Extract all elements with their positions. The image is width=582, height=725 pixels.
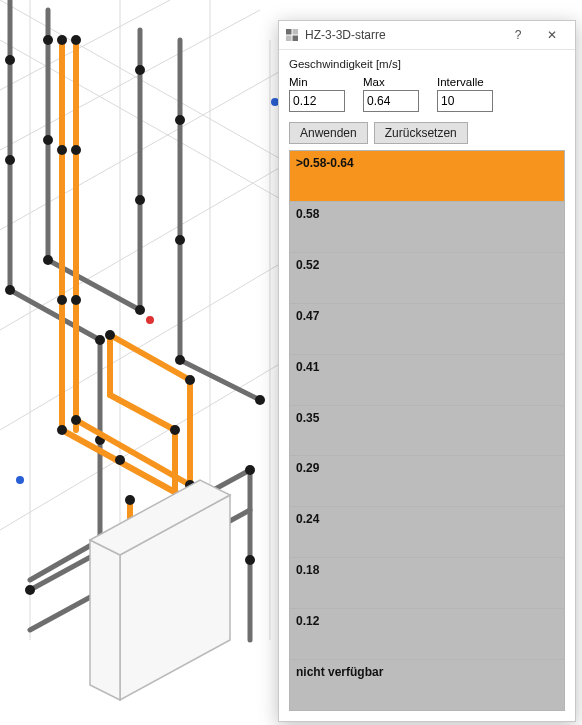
max-input[interactable] [363,90,419,112]
action-buttons: Anwenden Zurücksetzen [289,122,565,144]
svg-rect-37 [286,29,292,35]
legend-item-label: 0.52 [296,258,319,272]
legend-item-label: 0.24 [296,512,319,526]
svg-point-33 [115,455,125,465]
legend-item[interactable]: 0.12 [290,609,564,660]
parameter-label: Geschwindigkeit [m/s] [289,58,565,70]
svg-point-17 [245,465,255,475]
svg-point-24 [71,295,81,305]
legend-item-label: 0.47 [296,309,319,323]
help-button[interactable]: ? [501,21,535,49]
legend-item[interactable]: nicht verfügbar [290,660,564,711]
svg-point-27 [105,330,115,340]
svg-point-1 [5,155,15,165]
svg-point-31 [125,495,135,505]
svg-point-6 [95,335,105,345]
legend-item-label: >0.58-0.64 [296,156,354,170]
legend-item-label: 0.58 [296,207,319,221]
svg-point-4 [43,135,53,145]
legend-item[interactable]: >0.58-0.64 [290,151,564,202]
svg-point-25 [57,425,67,435]
app-icon [285,28,299,42]
range-inputs: Min Max Intervalle [289,76,565,112]
svg-point-28 [185,375,195,385]
svg-point-5 [43,255,53,265]
svg-point-7 [135,65,145,75]
close-button[interactable]: ✕ [535,21,569,49]
legend-item[interactable]: 0.52 [290,253,564,304]
interval-label: Intervalle [437,76,493,88]
svg-point-29 [185,480,195,490]
svg-point-0 [5,55,15,65]
svg-point-36 [146,316,154,324]
svg-point-10 [175,115,185,125]
svg-point-18 [245,555,255,565]
svg-point-11 [175,235,185,245]
legend-item-label: nicht verfügbar [296,665,383,679]
legend-item-label: 0.41 [296,360,319,374]
close-icon: ✕ [547,28,557,42]
svg-point-21 [57,145,67,155]
legend-item[interactable]: 0.29 [290,456,564,507]
svg-point-20 [71,35,81,45]
svg-point-16 [25,585,35,595]
svg-point-14 [95,435,105,445]
svg-point-2 [5,285,15,295]
legend-item[interactable]: 0.47 [290,304,564,355]
legend-item[interactable]: 0.18 [290,558,564,609]
svg-point-34 [16,476,24,484]
svg-point-13 [255,395,265,405]
max-label: Max [363,76,419,88]
svg-rect-38 [293,29,299,35]
svg-point-19 [57,35,67,45]
svg-point-8 [135,195,145,205]
legend-item-label: 0.18 [296,563,319,577]
svg-point-22 [71,145,81,155]
legend-item[interactable]: 0.41 [290,355,564,406]
legend-item-label: 0.35 [296,411,319,425]
titlebar: HZ-3-3D-starre ? ✕ [279,21,575,50]
reset-button[interactable]: Zurücksetzen [374,122,468,144]
window-title: HZ-3-3D-starre [305,28,501,42]
legend-item[interactable]: 0.58 [290,202,564,253]
legend-item-label: 0.12 [296,614,319,628]
velocity-legend-dialog: HZ-3-3D-starre ? ✕ Geschwindigkeit [m/s]… [278,20,576,722]
svg-point-26 [71,415,81,425]
svg-point-3 [43,35,53,45]
min-label: Min [289,76,345,88]
min-input[interactable] [289,90,345,112]
svg-point-30 [170,425,180,435]
svg-point-12 [175,355,185,365]
svg-point-23 [57,295,67,305]
apply-button[interactable]: Anwenden [289,122,368,144]
svg-point-15 [95,535,105,545]
svg-point-9 [135,305,145,315]
dialog-body: Geschwindigkeit [m/s] Min Max Intervalle… [279,50,575,721]
color-legend: >0.58-0.640.580.520.470.410.350.290.240.… [289,150,565,711]
help-icon: ? [515,28,522,42]
svg-point-32 [170,495,180,505]
svg-rect-40 [293,36,299,42]
legend-item[interactable]: 0.24 [290,507,564,558]
legend-item-label: 0.29 [296,461,319,475]
legend-item[interactable]: 0.35 [290,406,564,457]
svg-rect-39 [286,36,292,42]
interval-input[interactable] [437,90,493,112]
